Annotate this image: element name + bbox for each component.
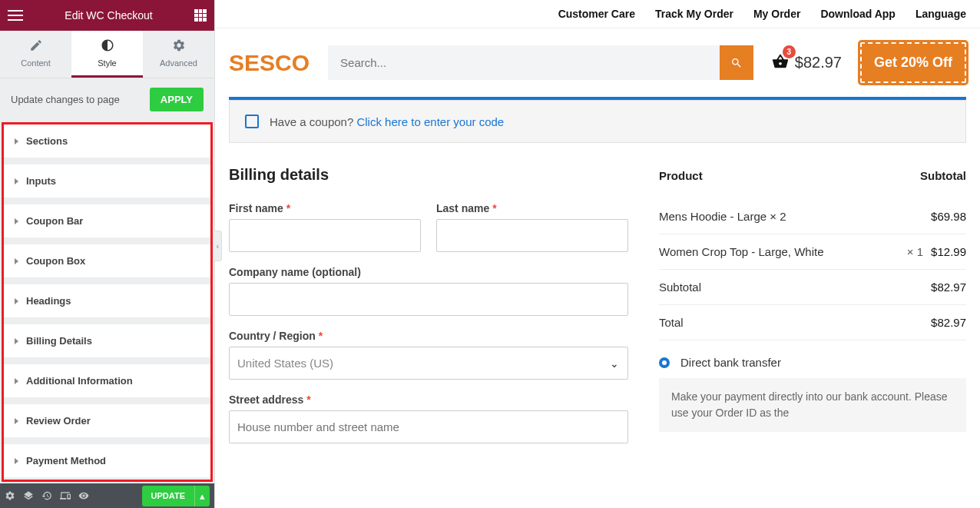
acc-coupon-box[interactable]: Coupon Box (4, 244, 210, 277)
first-name-label: First name * (229, 202, 421, 214)
acc-label: Review Order (26, 415, 91, 427)
country-select[interactable]: United States (US) (229, 347, 628, 380)
acc-inputs[interactable]: Inputs (4, 164, 210, 198)
summary-header-subtotal: Subtotal (920, 169, 966, 182)
search-input[interactable] (328, 45, 720, 80)
update-dropdown-button[interactable]: ▴ (194, 486, 210, 506)
acc-label: Coupon Box (26, 255, 85, 267)
gear-icon[interactable] (5, 490, 15, 501)
acc-label: Billing Details (26, 335, 92, 347)
first-name-input[interactable] (229, 219, 421, 252)
acc-review-order[interactable]: Review Order (4, 404, 210, 437)
acc-label: Sections (26, 135, 68, 147)
tab-label: Advanced (160, 58, 197, 68)
summary-item: Mens Hoodie - Large × 2 $69.98 (659, 199, 966, 234)
preview-pane: Customer Care Track My Order My Order Do… (215, 0, 980, 508)
acc-payment-method[interactable]: Payment Method (4, 444, 210, 477)
summary-total: Total $82.97 (659, 305, 966, 340)
hamburger-icon[interactable] (8, 10, 23, 21)
caret-right-icon (15, 298, 18, 304)
acc-coupon-bar[interactable]: Coupon Bar (4, 204, 210, 237)
country-label: Country / Region * (229, 330, 628, 342)
topbar-link-download-app[interactable]: Download App (820, 8, 895, 20)
item-name: Mens Hoodie - Large × 2 (659, 210, 931, 223)
coupon-link[interactable]: Click here to enter your code (356, 115, 504, 128)
topbar-link-my-order[interactable]: My Order (753, 8, 800, 20)
total-label: Total (659, 316, 684, 329)
street-input[interactable] (229, 410, 628, 443)
update-button[interactable]: UPDATE (142, 486, 194, 506)
summary-item: Women Crop Top - Large, White × 1 $12.99 (659, 234, 966, 270)
search-form (328, 45, 753, 80)
contrast-icon (74, 38, 140, 55)
last-name-label: Last name * (436, 202, 628, 214)
caret-right-icon (15, 338, 18, 344)
cart-widget[interactable]: 3 $82.97 (772, 53, 842, 72)
responsive-icon[interactable] (60, 490, 71, 501)
promo-button[interactable]: Get 20% Off (860, 42, 966, 83)
topbar-link-language[interactable]: Language (915, 8, 966, 20)
item-price: $69.98 (931, 210, 966, 223)
site-header: SESCO 3 $82.97 Get 20% Off (215, 28, 980, 97)
coupon-icon (245, 115, 259, 128)
payment-description: Make your payment directly into our bank… (659, 378, 966, 432)
acc-additional-info[interactable]: Additional Information (4, 364, 210, 397)
apply-row: Update changes to page APPLY (0, 78, 214, 121)
pencil-icon (3, 38, 68, 55)
acc-label: Payment Method (26, 455, 106, 466)
caret-right-icon (15, 418, 18, 424)
sidebar-header: Edit WC Checkout (0, 0, 214, 31)
apply-button[interactable]: APPLY (150, 88, 204, 111)
tab-content[interactable]: Content (0, 31, 71, 78)
caret-right-icon (15, 378, 18, 384)
caret-right-icon (15, 458, 18, 464)
tab-style[interactable]: Style (71, 31, 143, 78)
item-price: $12.99 (931, 245, 966, 258)
search-button[interactable] (720, 45, 753, 80)
summary-header-product: Product (659, 169, 703, 182)
billing-section: Billing details First name * Last name * (229, 166, 628, 457)
layers-icon[interactable] (23, 490, 34, 501)
caret-right-icon (15, 258, 18, 264)
order-summary: Product Subtotal Mens Hoodie - Large × 2… (659, 166, 966, 457)
acc-label: Additional Information (26, 375, 133, 387)
search-icon (730, 57, 743, 69)
subtotal-label: Subtotal (659, 281, 701, 294)
history-icon[interactable] (41, 490, 52, 501)
acc-sections[interactable]: Sections (4, 125, 210, 158)
apps-grid-icon[interactable] (194, 9, 207, 22)
item-qty: × 1 (899, 245, 931, 258)
item-name: Women Crop Top - Large, White (659, 245, 899, 258)
site-topbar: Customer Care Track My Order My Order Do… (215, 0, 980, 28)
caret-right-icon (15, 178, 18, 184)
last-name-input[interactable] (436, 219, 628, 252)
coupon-prompt: Have a coupon? (270, 115, 356, 128)
acc-label: Headings (26, 295, 71, 307)
total-value: $82.97 (931, 316, 966, 329)
summary-subtotal: Subtotal $82.97 (659, 270, 966, 305)
sidebar-tabs: Content Style Advanced (0, 31, 214, 78)
sidebar-footer: UPDATE ▴ (0, 483, 214, 508)
radio-checked-icon (659, 357, 670, 368)
collapse-handle-icon[interactable]: ‹ (214, 231, 222, 261)
company-input[interactable] (229, 283, 628, 316)
tab-advanced[interactable]: Advanced (143, 31, 214, 78)
cart-total: $82.97 (795, 54, 842, 71)
caret-right-icon (15, 138, 18, 144)
eye-icon[interactable] (78, 490, 89, 501)
cart-count-badge: 3 (783, 45, 796, 58)
coupon-bar: Have a coupon? Click here to enter your … (229, 100, 966, 143)
topbar-link-track-order[interactable]: Track My Order (655, 8, 733, 20)
acc-label: Inputs (26, 175, 56, 187)
sidebar-title: Edit WC Checkout (65, 9, 152, 22)
payment-option[interactable]: Direct bank transfer (659, 356, 966, 369)
acc-label: Coupon Bar (26, 215, 83, 227)
acc-headings[interactable]: Headings (4, 284, 210, 317)
apply-text: Update changes to page (11, 94, 120, 105)
site-logo[interactable]: SESCO (229, 50, 310, 76)
topbar-link-customer-care[interactable]: Customer Care (558, 8, 635, 20)
editor-sidebar: Edit WC Checkout Content Style Advanced … (0, 0, 215, 508)
coupon-text: Have a coupon? Click here to enter your … (270, 115, 504, 128)
acc-billing-details[interactable]: Billing Details (4, 324, 210, 357)
payment-label: Direct bank transfer (680, 356, 781, 369)
